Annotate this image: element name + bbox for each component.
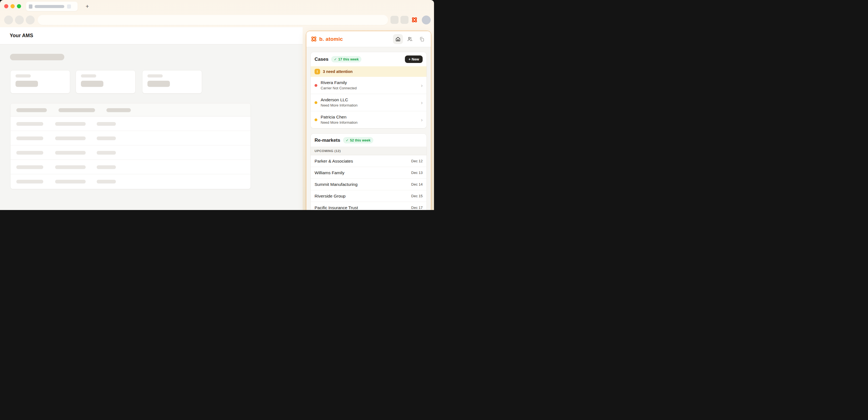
skeleton-heading xyxy=(10,54,64,60)
panel-body: Cases ✓ 17 this week + New ! 3 need atte… xyxy=(306,47,431,210)
url-bar[interactable] xyxy=(38,15,388,25)
tab-strip: + xyxy=(0,0,434,13)
skeleton-column-header xyxy=(59,108,95,112)
skeleton-stat-card xyxy=(142,70,202,93)
remarket-row[interactable]: Williams Family Dec 13 xyxy=(311,167,427,178)
skeleton-table-row xyxy=(10,131,251,145)
skeleton-line xyxy=(81,74,96,77)
ams-page-body xyxy=(0,45,303,210)
skeleton-line xyxy=(148,81,170,87)
forward-button[interactable] xyxy=(15,16,24,24)
skeleton-column-header xyxy=(106,108,131,112)
case-status: Need More Information xyxy=(321,120,358,125)
remarket-date: Dec 13 xyxy=(411,171,423,175)
skeleton-line xyxy=(148,74,163,77)
remarkets-title: Re-markets xyxy=(315,138,340,143)
reload-button[interactable] xyxy=(26,16,35,24)
atom-logo-icon xyxy=(310,35,317,43)
users-icon xyxy=(407,36,413,42)
remarket-date: Dec 14 xyxy=(411,182,423,187)
remarket-row[interactable]: Riverside Group Dec 15 xyxy=(311,190,427,202)
attention-banner: ! 3 need attention xyxy=(311,66,427,77)
case-row[interactable]: Patricia Chen Need More Information › xyxy=(311,111,427,128)
tab-favicon-placeholder xyxy=(29,4,32,8)
remarket-name: Williams Family xyxy=(315,170,344,176)
nav-copy-button[interactable] xyxy=(417,34,427,44)
skeleton-line xyxy=(16,81,38,87)
browser-toolbar xyxy=(0,13,434,27)
remarkets-week-badge: ✓ 52 this week xyxy=(343,137,373,143)
skeleton-stat-card xyxy=(10,70,70,93)
page-title: Your AMS xyxy=(10,33,33,38)
skeleton-table-row xyxy=(10,160,251,174)
browser-tab[interactable] xyxy=(26,2,78,11)
window-close-button[interactable] xyxy=(4,4,8,8)
remarket-row[interactable]: Summit Manufacturing Dec 14 xyxy=(311,178,427,190)
cases-card: Cases ✓ 17 this week + New ! 3 need atte… xyxy=(310,52,427,129)
remarkets-card: Re-markets ✓ 52 this week UPCOMING (12) … xyxy=(310,134,427,210)
check-icon: ✓ xyxy=(346,138,349,142)
home-icon xyxy=(395,36,401,42)
brand-logo: b. atomic xyxy=(310,35,343,43)
case-row[interactable]: Anderson LLC Need More Information › xyxy=(311,94,427,111)
status-dot xyxy=(315,84,317,87)
copy-icon xyxy=(419,36,425,42)
ams-page-header: Your AMS xyxy=(0,27,303,45)
skeleton-line xyxy=(16,74,31,77)
remarket-date: Dec 15 xyxy=(411,194,423,198)
status-dot xyxy=(315,101,317,104)
tab-title-skeleton xyxy=(35,5,64,8)
attention-text: 3 need attention xyxy=(323,69,352,74)
panel-header: b. atomic xyxy=(306,31,431,47)
case-status: Carrier Not Connected xyxy=(321,86,357,91)
remarket-date: Dec 12 xyxy=(411,159,423,163)
skeleton-table xyxy=(10,103,251,189)
skeleton-table-row xyxy=(10,145,251,160)
chevron-right-icon: › xyxy=(421,83,423,88)
case-name: Rivera Family xyxy=(321,80,357,85)
window-minimize-button[interactable] xyxy=(10,4,15,8)
remarkets-header: Re-markets ✓ 52 this week xyxy=(311,134,427,147)
case-name: Anderson LLC xyxy=(321,97,358,103)
status-dot xyxy=(315,118,317,121)
chevron-right-icon: › xyxy=(421,100,423,105)
cases-week-badge: ✓ 17 this week xyxy=(331,56,362,62)
browser-window: + Your AMS xyxy=(0,0,434,210)
remarket-row[interactable]: Pacific Insurance Trust Dec 17 xyxy=(311,202,427,210)
skeleton-line xyxy=(81,81,103,87)
tab-close-placeholder[interactable] xyxy=(67,4,71,8)
toolbar-extension-button[interactable] xyxy=(400,16,408,24)
back-button[interactable] xyxy=(4,16,13,24)
case-status: Need More Information xyxy=(321,103,358,108)
nav-clients-button[interactable] xyxy=(405,34,415,44)
skeleton-table-row xyxy=(10,174,251,189)
check-icon: ✓ xyxy=(334,57,337,61)
skeleton-stat-card xyxy=(76,70,135,93)
remarket-name: Parker & Associates xyxy=(315,159,353,164)
remarket-name: Riverside Group xyxy=(315,193,346,199)
panel-nav xyxy=(393,34,427,44)
batomic-side-panel: b. atomic xyxy=(306,31,431,210)
toolbar-extension-button[interactable] xyxy=(391,16,399,24)
remarket-row[interactable]: Parker & Associates Dec 12 xyxy=(311,155,427,167)
cases-title: Cases xyxy=(315,57,329,62)
skeleton-table-header xyxy=(10,104,251,116)
case-name: Patricia Chen xyxy=(321,114,358,120)
nav-home-button[interactable] xyxy=(393,34,403,44)
skeleton-column-header xyxy=(17,108,47,112)
brand-name: b. atomic xyxy=(319,36,343,42)
skeleton-table-row xyxy=(10,116,251,131)
upcoming-section-label: UPCOMING (12) xyxy=(311,147,427,155)
profile-avatar[interactable] xyxy=(422,16,431,24)
case-row[interactable]: Rivera Family Carrier Not Connected › xyxy=(311,77,427,94)
cases-header: Cases ✓ 17 this week + New xyxy=(311,52,427,66)
remarket-name: Summit Manufacturing xyxy=(315,182,358,187)
chevron-right-icon: › xyxy=(421,117,423,122)
new-case-button[interactable]: + New xyxy=(405,55,423,63)
remarket-date: Dec 17 xyxy=(411,205,423,210)
warning-icon: ! xyxy=(315,69,320,74)
remarket-name: Pacific Insurance Trust xyxy=(315,205,358,210)
atom-extension-icon[interactable] xyxy=(411,17,418,23)
window-zoom-button[interactable] xyxy=(17,4,21,8)
new-tab-button[interactable]: + xyxy=(83,2,91,10)
